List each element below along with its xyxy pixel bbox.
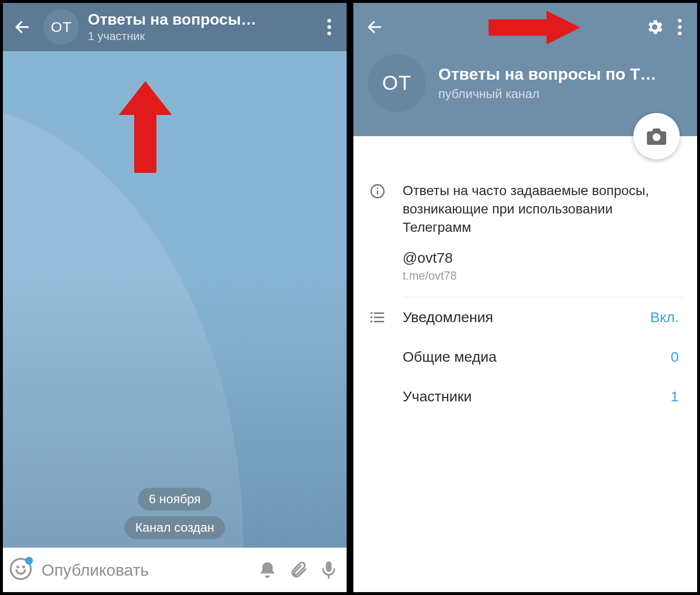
members-row[interactable]: Участники 1 bbox=[368, 377, 683, 416]
info-content: Ответы на часто задаваемые вопросы, возн… bbox=[353, 136, 697, 416]
chat-title-block[interactable]: Ответы на вопросы… 1 участник bbox=[88, 11, 308, 42]
shared-media-value: 0 bbox=[671, 349, 683, 365]
chat-header: ОТ Ответы на вопросы… 1 участник bbox=[3, 3, 347, 51]
svg-point-10 bbox=[678, 31, 682, 35]
paperclip-icon bbox=[289, 560, 308, 580]
info-icon bbox=[368, 182, 387, 283]
profile-avatar[interactable]: ОТ bbox=[368, 54, 426, 112]
svg-rect-5 bbox=[326, 562, 331, 571]
chat-title: Ответы на вопросы… bbox=[88, 11, 308, 28]
notifications-row[interactable]: Уведомления Вкл. bbox=[368, 298, 683, 337]
svg-point-3 bbox=[327, 31, 331, 35]
arrow-left-icon bbox=[14, 18, 31, 36]
svg-point-16 bbox=[371, 312, 373, 314]
bell-icon bbox=[258, 560, 277, 580]
notifications-label: Уведомления bbox=[403, 309, 635, 326]
svg-point-2 bbox=[327, 25, 331, 29]
gear-icon bbox=[645, 17, 664, 37]
more-vertical-icon bbox=[678, 19, 682, 35]
shared-media-label: Общие медиа bbox=[403, 349, 655, 365]
svg-marker-4 bbox=[119, 81, 172, 173]
svg-point-12 bbox=[653, 133, 660, 141]
more-vertical-icon bbox=[327, 19, 331, 35]
arrow-left-icon bbox=[366, 18, 383, 36]
set-photo-button[interactable] bbox=[633, 113, 680, 159]
chat-menu-button[interactable] bbox=[317, 14, 342, 40]
svg-point-8 bbox=[678, 19, 682, 23]
chat-pane: ОТ Ответы на вопросы… 1 участник 6 ноябр… bbox=[3, 3, 347, 592]
camera-icon bbox=[645, 125, 668, 148]
notifications-value: Вкл. bbox=[650, 309, 683, 326]
emoji-button[interactable] bbox=[10, 558, 32, 582]
compose-input[interactable] bbox=[41, 560, 248, 580]
settings-button[interactable] bbox=[642, 14, 667, 40]
chat-body: 6 ноября Канал создан bbox=[3, 51, 347, 548]
channel-description: Ответы на часто задаваемые вопросы, возн… bbox=[403, 182, 683, 236]
microphone-icon bbox=[319, 560, 338, 580]
profile-block: ОТ Ответы на вопросы по Т… публичный кан… bbox=[353, 51, 697, 136]
svg-point-1 bbox=[327, 19, 331, 23]
attach-button[interactable] bbox=[287, 557, 309, 582]
channel-link[interactable]: t.me/ovt78 bbox=[403, 269, 683, 283]
channel-username[interactable]: @ovt78 bbox=[403, 250, 683, 266]
info-pane: ОТ Ответы на вопросы по Т… публичный кан… bbox=[353, 3, 697, 592]
svg-point-9 bbox=[678, 25, 682, 29]
info-header bbox=[353, 3, 697, 51]
annotation-arrow-up bbox=[119, 81, 172, 173]
shared-media-row[interactable]: Общие медиа 0 bbox=[368, 337, 683, 377]
members-value: 1 bbox=[671, 388, 683, 405]
chat-avatar[interactable]: ОТ bbox=[43, 9, 79, 45]
description-row: Ответы на часто задаваемые вопросы, возн… bbox=[368, 172, 683, 292]
info-menu-button[interactable] bbox=[667, 14, 692, 40]
voice-button[interactable] bbox=[318, 557, 340, 582]
chat-subtitle: 1 участник bbox=[88, 29, 308, 43]
profile-title: Ответы на вопросы по Т… bbox=[438, 65, 683, 84]
back-button[interactable] bbox=[10, 14, 35, 40]
compose-bar bbox=[3, 548, 347, 592]
list-icon bbox=[368, 312, 387, 323]
members-label: Участники bbox=[403, 388, 655, 405]
date-pill: 6 ноября bbox=[138, 488, 211, 510]
svg-point-15 bbox=[377, 187, 378, 189]
chat-system-messages: 6 ноября Канал создан bbox=[3, 488, 347, 539]
info-back-button[interactable] bbox=[362, 14, 387, 40]
mute-button[interactable] bbox=[256, 557, 279, 582]
profile-subtitle: публичный канал bbox=[438, 86, 683, 101]
status-pill: Канал создан bbox=[125, 516, 225, 539]
svg-point-18 bbox=[371, 321, 373, 323]
svg-point-17 bbox=[371, 316, 373, 318]
sticker-indicator-dot bbox=[25, 557, 33, 565]
